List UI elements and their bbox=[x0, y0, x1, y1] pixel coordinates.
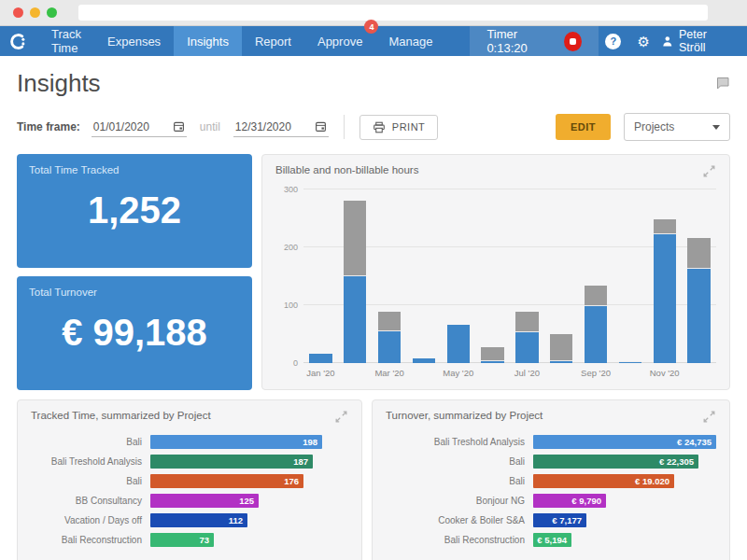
project-bar-vacation-days-off: 112 bbox=[150, 513, 247, 527]
bar-slot bbox=[682, 238, 716, 363]
bar-value-label: € 24,735 bbox=[677, 437, 716, 447]
filter-bar: Time frame: 01/01/2020 until 12/31/2020 bbox=[17, 113, 730, 141]
project-bar-bali-reconstruction: € 5,194 bbox=[533, 533, 571, 547]
x-axis-labels: Jan '20Mar '20May '20Jul '20Sep '20Nov '… bbox=[303, 368, 716, 378]
bar-track: € 9,790 bbox=[533, 494, 716, 508]
bar-track: € 24,735 bbox=[533, 435, 716, 449]
date-to-value: 12/31/2020 bbox=[235, 120, 291, 133]
bar-track: 176 bbox=[150, 474, 348, 488]
bar-track: 187 bbox=[150, 455, 348, 469]
total-turnover-card: Total Turnover € 99,188 bbox=[17, 276, 252, 390]
non-billable-segment bbox=[687, 238, 710, 269]
bar-slot bbox=[406, 358, 441, 363]
x-tick-label: Mar '20 bbox=[373, 368, 407, 378]
bar-value-label: 73 bbox=[199, 535, 214, 545]
nav-item-report[interactable]: Report bbox=[242, 26, 304, 56]
user-name: Peter Ströll bbox=[679, 28, 730, 54]
x-tick-label: May '20 bbox=[441, 368, 475, 378]
minimize-window-icon[interactable] bbox=[30, 7, 40, 18]
nav-item-label: Approve bbox=[317, 35, 362, 49]
non-billable-segment bbox=[585, 286, 607, 306]
help-button[interactable]: ? bbox=[599, 26, 628, 56]
billable-segment bbox=[413, 358, 435, 363]
billable-segment bbox=[585, 306, 607, 363]
date-from-field[interactable]: 01/01/2020 bbox=[92, 118, 187, 137]
project-label: Bali bbox=[31, 437, 150, 447]
y-tick-label: 100 bbox=[274, 301, 298, 310]
print-label: PRINT bbox=[392, 121, 426, 133]
bar-track: € 19.020 bbox=[533, 474, 716, 488]
y-tick-label: 300 bbox=[274, 185, 298, 194]
billable-segment bbox=[481, 361, 503, 363]
group-by-dropdown[interactable]: Projects bbox=[624, 113, 730, 141]
project-bar-bali: € 22,305 bbox=[533, 455, 698, 469]
calendar-icon[interactable] bbox=[173, 120, 185, 133]
nav-item-approve[interactable]: Approve4 bbox=[304, 26, 375, 56]
x-tick-label: Sep '20 bbox=[579, 368, 613, 378]
stacked-bar-feb-20 bbox=[344, 201, 366, 363]
x-tick-label bbox=[406, 368, 441, 378]
project-label: Bonjour NG bbox=[386, 496, 533, 506]
edit-button[interactable]: EDIT bbox=[556, 114, 611, 140]
nav-item-expenses[interactable]: Expenses bbox=[94, 26, 174, 56]
expand-chart-button[interactable] bbox=[702, 410, 716, 424]
total-time-card: Total Time Tracked 1,252 bbox=[17, 154, 252, 268]
bar-value-label: 198 bbox=[303, 437, 322, 447]
bar-track: 112 bbox=[150, 513, 348, 527]
feedback-bubble-icon[interactable] bbox=[715, 77, 730, 91]
expand-chart-button[interactable] bbox=[702, 164, 716, 178]
browser-address-bar[interactable] bbox=[78, 5, 708, 21]
project-row: Bali Reconstruction73 bbox=[31, 530, 348, 550]
project-bar-bb-consultancy: 125 bbox=[150, 494, 259, 508]
non-billable-segment bbox=[515, 312, 538, 331]
nav-item-track-time[interactable]: Track Time bbox=[38, 26, 94, 56]
bar-value-label: € 5,194 bbox=[537, 535, 571, 545]
expand-chart-button[interactable] bbox=[334, 410, 348, 424]
project-row: Cooker & Boiler S&A€ 7,177 bbox=[386, 511, 716, 530]
billable-segment bbox=[378, 331, 401, 363]
timer: Timer 0:13:20 bbox=[470, 26, 598, 56]
project-bar-cooker-boiler-s-a: € 7,177 bbox=[533, 513, 586, 527]
project-row: Bali176 bbox=[31, 471, 348, 491]
app-logo[interactable] bbox=[0, 26, 38, 56]
nav-item-manage[interactable]: Manage bbox=[375, 26, 445, 56]
bar-track: € 7,177 bbox=[533, 513, 716, 527]
bar-track: € 22,305 bbox=[533, 455, 716, 469]
date-to-field[interactable]: 12/31/2020 bbox=[233, 118, 329, 137]
x-tick-label bbox=[338, 368, 373, 378]
project-row: Bali198 bbox=[31, 432, 348, 452]
maximize-window-icon[interactable] bbox=[47, 7, 57, 18]
project-row: BB Consultancy125 bbox=[31, 491, 348, 511]
user-menu[interactable]: Peter Ströll bbox=[658, 28, 740, 54]
bar-track: 73 bbox=[150, 533, 348, 547]
bottom-row: Tracked Time, summarized by Project Bali… bbox=[17, 399, 730, 560]
project-bar-bali: 198 bbox=[150, 435, 322, 449]
print-button[interactable]: PRINT bbox=[359, 115, 439, 140]
turnover-rows: Bali Treshold Analysis€ 24,735Bali€ 22,3… bbox=[386, 432, 716, 550]
project-bar-bali-treshold-analysis: 187 bbox=[150, 455, 313, 469]
project-row: Bonjour NG€ 9,790 bbox=[386, 491, 716, 511]
stacked-bar-oct-20 bbox=[619, 361, 641, 363]
nav-item-insights[interactable]: Insights bbox=[174, 26, 242, 56]
project-label: Bali Treshold Analysis bbox=[31, 456, 150, 467]
kpi-label: Total Time Tracked bbox=[29, 164, 240, 175]
non-billable-segment bbox=[654, 219, 676, 234]
calendar-icon[interactable] bbox=[315, 120, 327, 133]
chart-title: Turnover, summarized by Project bbox=[386, 410, 543, 421]
settings-button[interactable]: ⚙ bbox=[628, 26, 658, 56]
x-tick-label: Jan '20 bbox=[303, 368, 338, 378]
chart-title: Tracked Time, summarized by Project bbox=[31, 410, 211, 421]
bar-track: 125 bbox=[150, 494, 348, 508]
project-label: Bali bbox=[386, 476, 533, 486]
project-row: Bali€ 22,305 bbox=[386, 452, 716, 471]
stacked-bar-apr-20 bbox=[413, 358, 435, 363]
bar-slot bbox=[510, 312, 544, 363]
x-tick-label bbox=[475, 368, 510, 378]
y-tick-label: 0 bbox=[274, 358, 298, 368]
billable-segment bbox=[515, 332, 538, 363]
project-label: Bali Reconstruction bbox=[31, 535, 150, 545]
timer-stop-button[interactable] bbox=[564, 32, 582, 51]
project-row: Bali€ 19.020 bbox=[386, 471, 716, 491]
stacked-bar-aug-20 bbox=[550, 334, 572, 363]
close-window-icon[interactable] bbox=[13, 7, 23, 18]
